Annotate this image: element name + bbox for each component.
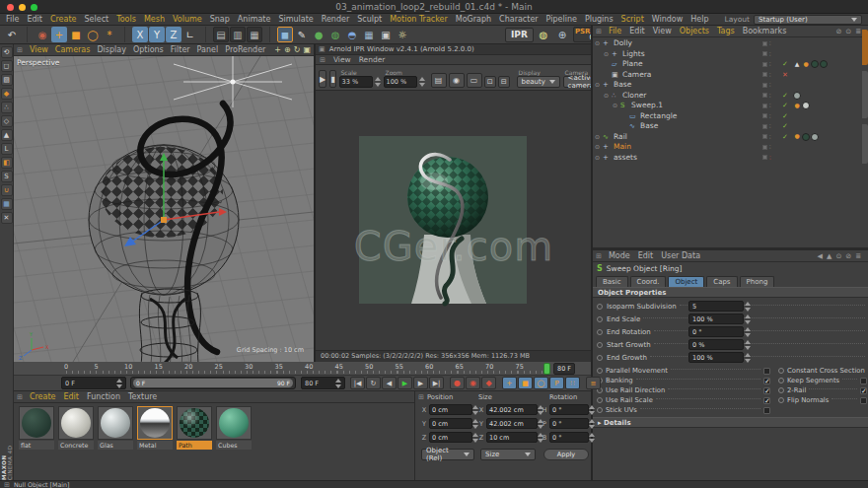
panel-grip-icon[interactable]: ⊞ [596,252,602,260]
material-thumbnail[interactable] [177,406,212,440]
visibility-dots-icon[interactable]: ∶ [769,39,771,47]
expand-icon[interactable]: ⊙ [595,132,600,143]
tree-item-base[interactable]: ⊙+Base∶ [593,80,868,91]
layer-toggle[interactable] [762,145,767,150]
viewport-menu-prorender[interactable]: ProRender [225,45,265,54]
menu-file[interactable]: File [6,15,19,24]
stepper-icon[interactable] [745,327,751,337]
visibility-toggles[interactable]: ∶ [762,122,780,130]
material-metal[interactable]: Metal [137,406,173,450]
attribute-menu-user-data[interactable]: User Data [661,251,700,260]
snapshot-button[interactable]: ◉ [449,73,465,88]
material-menu-texture[interactable]: Texture [128,392,157,401]
z-axis-lock-button[interactable]: Z [166,27,181,42]
object-manager-menu-file[interactable]: File [609,27,621,35]
menu-mesh[interactable]: Mesh [144,15,165,24]
panel-grip-icon[interactable]: ⊞ [596,28,602,35]
visibility-dots-icon[interactable]: ∶ [769,122,771,130]
layer-toggle[interactable] [762,124,767,129]
animation-dot-icon[interactable] [597,304,603,310]
preview-range-track[interactable]: 0 F 90 F [130,377,296,389]
panel-grip-icon[interactable]: ⊞ [17,393,23,401]
material-menu-edit[interactable]: Edit [63,392,79,401]
tree-item-main[interactable]: ⊙+Main∶ [593,142,868,153]
tab-basic[interactable]: Basic [596,276,628,287]
size-x-field[interactable]: 42.002 cm [486,404,538,415]
visibility-dots-icon[interactable]: ∶ [769,143,771,151]
record-parameter-toggle[interactable]: P [549,377,564,389]
expand-icon[interactable]: ⊙ [604,49,609,60]
expand-icon[interactable]: ⊙ [595,80,600,91]
axis-mode-icon[interactable]: L [1,143,13,155]
viewport-menu-view[interactable]: View [30,45,48,54]
xray-icon[interactable]: ✕ [1,212,13,224]
expand-icon[interactable]: ⊙ [595,153,600,164]
start-frame-field[interactable]: 0 F [61,377,126,389]
position-z-field[interactable]: 0 cm [429,432,472,443]
expand-icon[interactable]: ⊙ [595,38,600,49]
enabled-check-icon[interactable]: ✓ [782,101,788,111]
loop-button[interactable]: ↻ [366,377,381,389]
panel-grip-icon[interactable]: ⊞ [17,46,23,54]
ipr-play-button[interactable]: ▶ [319,70,326,88]
visibility-toggles[interactable]: ∶ [762,81,780,89]
object-manager-menu-edit[interactable]: Edit [629,27,645,35]
use-rail-direction-checkbox[interactable]: ✓ [763,387,770,394]
enabled-check-icon[interactable]: ✓ [782,121,788,132]
material-dark-tag-icon[interactable] [811,60,819,68]
menu-character[interactable]: Character [499,15,539,24]
snap-icon[interactable]: S [1,171,13,182]
visibility-toggles[interactable]: ∶ [762,60,780,68]
material-dark-tag-icon[interactable] [820,60,828,68]
spline-pen-button[interactable]: ✎ [294,27,310,42]
layer-toggle[interactable] [762,41,767,46]
menu-snap[interactable]: Snap [210,15,230,24]
tree-item-base[interactable]: ∿Base∶✓ [593,121,868,132]
animation-dot-icon[interactable] [778,378,784,383]
tree-item-cloner[interactable]: ⊙∴Cloner∶✓ [593,91,868,102]
attribute-menu-edit[interactable]: Edit [638,251,654,260]
menu-render[interactable]: Render [322,15,349,24]
material-thumbnail[interactable] [137,406,173,440]
enabled-check-icon[interactable]: ✓ [782,111,788,122]
stepper-icon[interactable] [745,340,751,350]
animation-dot-icon[interactable] [597,397,603,403]
add-generator-button[interactable]: ◍ [327,27,343,42]
record-rotation-toggle[interactable]: ◯ [534,377,548,389]
enabled-check-icon[interactable]: ✓ [782,91,788,102]
animation-dot-icon[interactable] [778,397,784,403]
material-gray-tag-icon[interactable] [793,92,801,100]
zoom-value-field[interactable]: 100 % [384,76,417,88]
menu-script[interactable]: Script [621,15,644,24]
attribute-menu-mode[interactable]: Mode [609,251,630,260]
visibility-toggles[interactable]: ∶ [762,102,780,109]
layer-toggle[interactable] [762,155,767,160]
make-editable-icon[interactable]: ⟲ [1,46,13,58]
menu-plugins[interactable]: Plugins [585,15,614,24]
size-z-field[interactable]: 10 cm [486,432,538,443]
record-keyframe-button[interactable]: ● [450,377,465,389]
tree-item-rail[interactable]: ⊙∿Rail∶✓● [593,132,868,143]
add-cube-button[interactable]: ◼ [277,27,293,42]
use-rail-scale-checkbox[interactable]: ✓ [763,397,770,404]
details-section[interactable]: ▸ Details [593,417,868,428]
menu-tools[interactable]: Tools [116,15,136,24]
visibility-dots-icon[interactable]: ∶ [769,154,771,162]
compare-button[interactable]: ⊡ [484,76,496,88]
layer-toggle[interactable] [762,62,767,67]
animation-dot-icon[interactable] [778,387,784,393]
y-axis-lock-button[interactable]: Y [149,27,165,42]
rotation-b-field[interactable]: 0 ° [549,432,589,443]
tab-coord[interactable]: Coord. [630,276,667,287]
expand-icon[interactable]: ⊙ [604,91,609,102]
tab-phong[interactable]: Phong [740,276,775,287]
stepper-icon[interactable] [589,405,595,415]
stepper-icon[interactable] [745,353,751,363]
tree-item-lights[interactable]: ⊙+Lights∶ [593,49,868,60]
record-scale-toggle[interactable]: ■ [518,377,533,389]
visibility-dots-icon[interactable]: ∶ [769,60,771,68]
titlebar[interactable]: 03_animation_loop2_rebuild_01.c4d * - Ma… [0,0,868,14]
menu-pipeline[interactable]: Pipeline [546,15,577,24]
animation-dot-icon[interactable] [597,329,603,335]
ipr-menu-render[interactable]: Render [359,55,386,64]
